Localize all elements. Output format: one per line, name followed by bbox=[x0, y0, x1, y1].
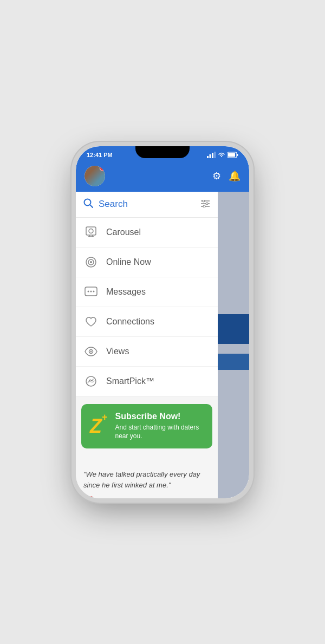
sidebar-peek bbox=[218, 192, 249, 498]
author-name: Zoosk Subscriber Lauren bbox=[99, 497, 171, 498]
connections-icon bbox=[83, 314, 99, 329]
nav-item-smartpick[interactable]: SmartPick™ bbox=[76, 367, 218, 396]
signal-icon bbox=[207, 152, 216, 158]
smartpick-label: SmartPick™ bbox=[106, 376, 154, 386]
svg-rect-6 bbox=[237, 154, 238, 156]
z-plus: + bbox=[102, 412, 108, 422]
screen: 12:41 PM bbox=[76, 146, 249, 498]
svg-point-12 bbox=[203, 200, 205, 202]
messages-icon bbox=[83, 284, 99, 300]
sidebar-blue-bar bbox=[218, 314, 249, 344]
svg-line-8 bbox=[90, 205, 93, 207]
svg-rect-5 bbox=[228, 153, 235, 157]
views-label: Views bbox=[106, 347, 129, 356]
sidebar-blue-bar2 bbox=[218, 354, 249, 370]
content-area: Search bbox=[76, 192, 249, 498]
notch bbox=[135, 146, 190, 158]
app-header: ⚙ 🔔 bbox=[76, 162, 249, 192]
svg-point-25 bbox=[90, 290, 92, 292]
smartpick-icon bbox=[83, 374, 99, 389]
online-label: Online Now bbox=[106, 257, 151, 267]
views-icon bbox=[83, 344, 99, 359]
status-time: 12:41 PM bbox=[87, 152, 113, 158]
z-logo: Z bbox=[90, 417, 102, 436]
svg-point-14 bbox=[203, 205, 205, 207]
search-svg bbox=[83, 198, 93, 208]
filter-svg bbox=[200, 200, 210, 207]
heart-icon: ❤️ bbox=[83, 496, 94, 498]
svg-point-22 bbox=[90, 261, 92, 263]
carousel-icon bbox=[83, 225, 99, 240]
nav-item-views[interactable]: Views bbox=[76, 337, 218, 367]
search-label: Search bbox=[99, 199, 200, 210]
phone-frame: 12:41 PM bbox=[76, 146, 249, 498]
header-actions: ⚙ 🔔 bbox=[212, 170, 240, 182]
svg-rect-0 bbox=[207, 156, 209, 158]
messages-label: Messages bbox=[106, 287, 146, 297]
nav-item-carousel[interactable]: Carousel bbox=[76, 218, 218, 248]
subscribe-text: Subscribe Now! And start chatting with d… bbox=[115, 412, 204, 441]
online-icon bbox=[83, 255, 99, 270]
wifi-icon bbox=[218, 152, 225, 158]
status-icons bbox=[207, 152, 238, 158]
testimonial-section: "We have talked practically every day si… bbox=[76, 460, 218, 498]
svg-rect-2 bbox=[212, 153, 213, 158]
svg-rect-3 bbox=[214, 152, 216, 158]
z-logo-container: Z+ bbox=[90, 417, 108, 436]
svg-rect-15 bbox=[86, 227, 96, 235]
svg-point-13 bbox=[206, 203, 208, 205]
testimonial-quote: "We have talked practically every day si… bbox=[83, 469, 210, 490]
battery-icon bbox=[227, 152, 238, 158]
search-icon bbox=[83, 198, 93, 211]
testimonial-author: ❤️ Zoosk Subscriber Lauren bbox=[83, 496, 210, 498]
svg-rect-1 bbox=[210, 154, 211, 158]
carousel-label: Carousel bbox=[106, 227, 141, 237]
svg-point-24 bbox=[88, 290, 89, 292]
settings-icon[interactable]: ⚙ bbox=[212, 170, 221, 182]
svg-point-16 bbox=[89, 229, 93, 233]
subscribe-subtitle: And start chatting with daters near you. bbox=[115, 423, 204, 441]
subscribe-title: Subscribe Now! bbox=[115, 412, 204, 421]
nav-item-messages[interactable]: Messages bbox=[76, 277, 218, 307]
notifications-icon[interactable]: 🔔 bbox=[229, 170, 240, 182]
svg-point-26 bbox=[93, 290, 95, 292]
filter-icon[interactable] bbox=[200, 200, 210, 209]
nav-item-online[interactable]: Online Now bbox=[76, 248, 218, 277]
subscribe-banner[interactable]: Z+ Subscribe Now! And start chatting wit… bbox=[81, 404, 212, 449]
avatar[interactable] bbox=[84, 166, 105, 186]
search-row[interactable]: Search bbox=[76, 192, 218, 218]
avatar-badge bbox=[100, 166, 105, 171]
svg-point-29 bbox=[86, 376, 96, 386]
svg-point-28 bbox=[90, 350, 92, 352]
connections-label: Connections bbox=[106, 317, 154, 327]
menu-panel: Search bbox=[76, 192, 218, 498]
nav-item-connections[interactable]: Connections bbox=[76, 307, 218, 337]
